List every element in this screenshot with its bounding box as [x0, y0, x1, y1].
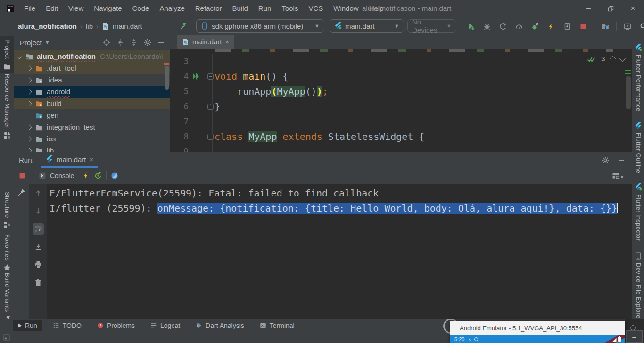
- tool-window-button-run[interactable]: Run: [13, 320, 42, 331]
- menu-tools[interactable]: Tools: [276, 0, 303, 17]
- editor-line-9[interactable]: 9: [170, 144, 625, 152]
- select-opened-file-button[interactable]: [103, 39, 110, 46]
- chevron-right-icon[interactable]: [26, 148, 32, 152]
- menu-code[interactable]: Code: [127, 0, 155, 17]
- tool-window-switcher-icon[interactable]: [3, 334, 10, 341]
- stop-process-button[interactable]: [18, 172, 26, 180]
- chevron-right-icon[interactable]: [26, 136, 32, 141]
- device-selector[interactable]: sdk gphone x86 arm (mobile) ▼: [196, 19, 324, 33]
- menu-analyze[interactable]: Analyze: [154, 0, 190, 17]
- fold-marker-icon[interactable]: –: [207, 134, 214, 140]
- editor-line-6[interactable]: 6ˆ}: [170, 99, 625, 114]
- project-scrollbar[interactable]: [165, 66, 169, 90]
- chevron-right-icon[interactable]: [26, 77, 32, 82]
- stop-button[interactable]: [577, 20, 589, 33]
- run-button[interactable]: [465, 20, 477, 33]
- stripe-tab-flutter-outline[interactable]: Flutter Outline: [632, 119, 644, 177]
- tree-row-idea[interactable]: .idea: [14, 74, 170, 86]
- tool-window-button-todo[interactable]: TODO: [48, 320, 86, 331]
- run-tab-main-dart[interactable]: main.dart ×: [41, 152, 98, 168]
- close-button[interactable]: ×: [622, 0, 644, 17]
- minimize-button[interactable]: –: [578, 0, 600, 17]
- project-view-selector[interactable]: Project ▼: [20, 39, 50, 47]
- menu-refactor[interactable]: Refactor: [190, 0, 227, 17]
- stripe-tab-build-variants[interactable]: Build Variants: [0, 270, 14, 326]
- debug-button[interactable]: [481, 20, 493, 33]
- fold-marker-icon[interactable]: –: [207, 74, 214, 80]
- hot-restart-button[interactable]: [561, 20, 573, 33]
- editor-lines[interactable]: 34–void main() {5 runApp(MyApp());6ˆ}78–…: [170, 54, 625, 152]
- editor-scrollbar[interactable]: [626, 76, 631, 109]
- scroll-to-end-button[interactable]: [33, 241, 44, 253]
- chevron-right-icon[interactable]: [26, 89, 32, 94]
- chevron-right-icon[interactable]: [26, 101, 32, 106]
- pin-tab-button[interactable]: [18, 188, 25, 196]
- run-config-selector[interactable]: main.dart ▼: [330, 19, 404, 33]
- run-line-icon[interactable]: [192, 73, 199, 80]
- stripe-tab-flutter-inspector[interactable]: Flutter Inspector: [632, 180, 644, 244]
- breadcrumb-item[interactable]: alura_notification: [18, 22, 77, 30]
- print-button[interactable]: [33, 259, 44, 270]
- menu-window[interactable]: Window: [328, 0, 363, 17]
- tool-window-button-logcat[interactable]: Logcat: [146, 320, 185, 331]
- close-icon[interactable]: ×: [90, 155, 94, 163]
- next-problem-button[interactable]: [619, 56, 626, 62]
- editor-line-8[interactable]: 8–class MyApp extends StatelessWidget {: [170, 129, 625, 144]
- breadcrumb-item[interactable]: lib: [86, 22, 93, 30]
- hot-reload-button[interactable]: [80, 170, 92, 182]
- tool-window-button-dart-analysis[interactable]: Dart Analysis: [191, 320, 249, 331]
- tool-window-button-terminal[interactable]: Terminal: [255, 320, 299, 331]
- search-everywhere-button[interactable]: [637, 20, 644, 33]
- chevron-right-icon[interactable]: [26, 124, 32, 130]
- chevron-right-icon[interactable]: [26, 65, 32, 71]
- menu-run[interactable]: Run: [253, 0, 277, 17]
- soft-wrap-button[interactable]: [33, 223, 44, 235]
- tree-row-integration_test[interactable]: integration_test: [14, 121, 170, 133]
- inspections-widget[interactable]: 3: [587, 55, 625, 63]
- tree-row-android[interactable]: android: [14, 86, 170, 98]
- stripe-tab-flutter-performance[interactable]: Flutter Performance: [632, 41, 644, 115]
- editor-tab-main-dart[interactable]: main.dart ×: [177, 35, 234, 49]
- editor-line-7[interactable]: 7: [170, 114, 625, 129]
- chevron-down-icon[interactable]: [17, 54, 22, 59]
- profiler-button[interactable]: [513, 20, 525, 33]
- emulator-minimize-button[interactable]: –: [626, 330, 643, 343]
- hide-panel-button[interactable]: [157, 39, 165, 46]
- console-output[interactable]: E/FlutterFcmService(25599): Fatal: faile…: [47, 184, 632, 319]
- tree-row-dart_tool[interactable]: .dart_tool: [14, 62, 170, 74]
- clear-console-button[interactable]: [33, 277, 44, 288]
- layout-settings-button[interactable]: ▼: [612, 172, 624, 180]
- stripe-tab-project[interactable]: Project: [0, 36, 14, 74]
- menu-build[interactable]: Build: [227, 0, 253, 17]
- tree-row-build[interactable]: build: [14, 98, 170, 109]
- stripe-tab-favorites[interactable]: Favorites: [0, 231, 14, 275]
- android-emulator-window[interactable]: Android Emulator - 5.1_WVGA_API_30:5554 …: [450, 321, 625, 343]
- hot-reload-button[interactable]: [545, 20, 557, 33]
- tree-row-gen[interactable]: gen: [14, 109, 170, 121]
- tree-row-ios[interactable]: ios: [14, 133, 170, 145]
- target-device-selector[interactable]: No Devices ▼: [407, 19, 456, 33]
- menu-vcs[interactable]: VCS: [303, 0, 328, 17]
- tree-row-alura_notification[interactable]: alura_notificationC:\Users\Leonardo\l: [14, 50, 170, 62]
- menu-edit[interactable]: Edit: [41, 0, 63, 17]
- up-stack-trace-button[interactable]: [33, 188, 44, 199]
- hide-panel-button[interactable]: [618, 156, 625, 164]
- menu-navigate[interactable]: Navigate: [89, 0, 127, 17]
- dart-devtools-button[interactable]: [108, 170, 121, 182]
- collapse-all-button[interactable]: [130, 39, 138, 46]
- settings-gear-icon[interactable]: [602, 156, 609, 164]
- settings-gear-icon[interactable]: [144, 39, 151, 46]
- menu-file[interactable]: File: [19, 0, 41, 17]
- profile-button[interactable]: [497, 20, 509, 33]
- prev-problem-button[interactable]: [610, 56, 616, 62]
- build-hammer-icon[interactable]: [180, 22, 187, 30]
- device-manager-button[interactable]: [599, 20, 611, 33]
- console-tab[interactable]: Console: [39, 172, 74, 180]
- maximize-button[interactable]: [600, 0, 622, 17]
- expand-all-button[interactable]: [116, 39, 124, 46]
- down-stack-trace-button[interactable]: [33, 205, 44, 217]
- tool-window-button-problems[interactable]: Problems: [92, 320, 140, 331]
- stripe-tab-resource-manager[interactable]: Resource Manager: [0, 71, 14, 142]
- running-devices-button[interactable]: [621, 20, 634, 33]
- breadcrumb-item[interactable]: main.dart: [113, 22, 142, 30]
